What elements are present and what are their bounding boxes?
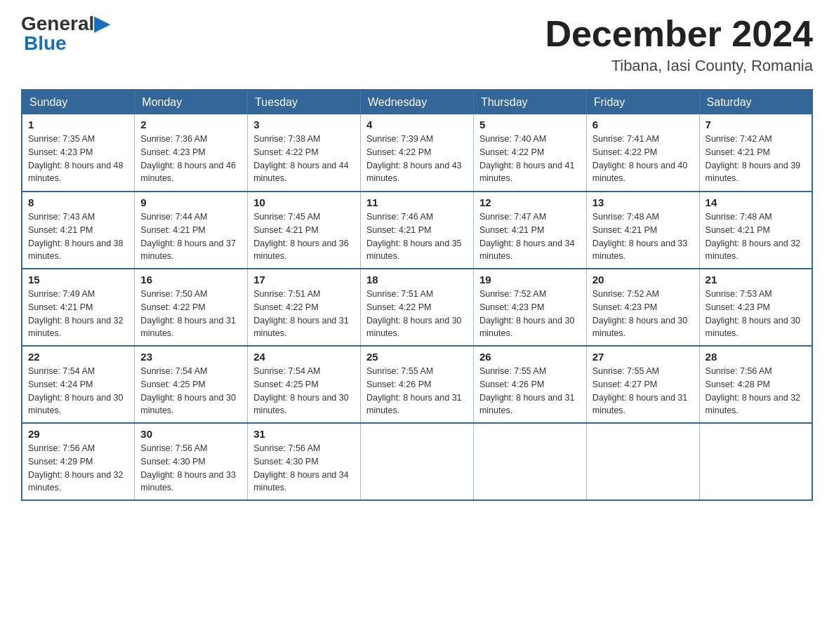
- day-number: 9: [140, 196, 241, 208]
- sunrise-label: Sunrise: 7:54 AM: [253, 366, 320, 376]
- sunset-label: Sunset: 4:28 PM: [706, 380, 770, 389]
- day-info: Sunrise: 7:52 AM Sunset: 4:23 PM Dayligh…: [593, 288, 694, 340]
- weekday-header-saturday: Saturday: [699, 90, 812, 114]
- daylight-label: Daylight: 8 hours and 32 minutes.: [706, 239, 801, 262]
- day-info: Sunrise: 7:56 AM Sunset: 4:29 PM Dayligh…: [28, 442, 128, 495]
- sunrise-label: Sunrise: 7:54 AM: [28, 366, 95, 376]
- sunset-label: Sunset: 4:30 PM: [253, 457, 318, 467]
- sunset-label: Sunset: 4:25 PM: [140, 380, 205, 389]
- sunset-label: Sunset: 4:21 PM: [479, 225, 544, 235]
- day-number: 10: [253, 196, 355, 208]
- weekday-header-wednesday: Wednesday: [361, 90, 474, 114]
- daylight-label: Daylight: 8 hours and 32 minutes.: [706, 393, 801, 416]
- daylight-label: Daylight: 8 hours and 34 minutes.: [479, 239, 575, 262]
- calendar-day-cell: 21 Sunrise: 7:53 AM Sunset: 4:23 PM Dayl…: [699, 269, 812, 346]
- day-info: Sunrise: 7:51 AM Sunset: 4:22 PM Dayligh…: [366, 288, 468, 340]
- sunset-label: Sunset: 4:23 PM: [140, 147, 205, 157]
- weekday-header-monday: Monday: [135, 90, 248, 114]
- day-info: Sunrise: 7:41 AM Sunset: 4:22 PM Dayligh…: [593, 133, 694, 185]
- day-info: Sunrise: 7:45 AM Sunset: 4:21 PM Dayligh…: [253, 210, 355, 263]
- day-info: Sunrise: 7:39 AM Sunset: 4:22 PM Dayligh…: [366, 133, 468, 185]
- daylight-label: Daylight: 8 hours and 44 minutes.: [253, 161, 349, 184]
- day-number: 24: [253, 351, 355, 363]
- day-number: 4: [366, 119, 468, 130]
- logo-general-text: General▶: [21, 14, 110, 34]
- sunset-label: Sunset: 4:24 PM: [28, 380, 93, 389]
- sunset-label: Sunset: 4:26 PM: [366, 380, 431, 389]
- day-number: 15: [28, 274, 128, 286]
- calendar-day-cell: 23 Sunrise: 7:54 AM Sunset: 4:25 PM Dayl…: [135, 346, 248, 423]
- daylight-label: Daylight: 8 hours and 41 minutes.: [479, 161, 575, 184]
- day-info: Sunrise: 7:49 AM Sunset: 4:21 PM Dayligh…: [28, 288, 128, 340]
- daylight-label: Daylight: 8 hours and 30 minutes.: [366, 316, 462, 339]
- sunrise-label: Sunrise: 7:47 AM: [479, 212, 546, 222]
- calendar-day-cell: 24 Sunrise: 7:54 AM Sunset: 4:25 PM Dayl…: [248, 346, 361, 423]
- weekday-header-sunday: Sunday: [22, 90, 135, 114]
- sunrise-label: Sunrise: 7:43 AM: [28, 212, 95, 222]
- calendar-day-cell: 12 Sunrise: 7:47 AM Sunset: 4:21 PM Dayl…: [473, 192, 586, 269]
- sunrise-label: Sunrise: 7:52 AM: [593, 289, 659, 299]
- calendar-day-cell: 3 Sunrise: 7:38 AM Sunset: 4:22 PM Dayli…: [248, 114, 361, 192]
- calendar-day-cell: 26 Sunrise: 7:55 AM Sunset: 4:26 PM Dayl…: [473, 346, 586, 423]
- sunrise-label: Sunrise: 7:51 AM: [366, 289, 433, 299]
- daylight-label: Daylight: 8 hours and 30 minutes.: [140, 393, 236, 416]
- calendar-week-row: 15 Sunrise: 7:49 AM Sunset: 4:21 PM Dayl…: [22, 269, 812, 346]
- day-info: Sunrise: 7:56 AM Sunset: 4:30 PM Dayligh…: [253, 442, 355, 495]
- month-year-title: December 2024: [545, 14, 813, 54]
- sunset-label: Sunset: 4:30 PM: [140, 457, 205, 467]
- calendar-day-cell: 22 Sunrise: 7:54 AM Sunset: 4:24 PM Dayl…: [22, 346, 135, 423]
- day-number: 6: [593, 119, 694, 130]
- day-info: Sunrise: 7:47 AM Sunset: 4:21 PM Dayligh…: [479, 210, 581, 263]
- day-number: 3: [253, 119, 355, 130]
- daylight-label: Daylight: 8 hours and 31 minutes.: [593, 393, 688, 416]
- calendar-day-cell: 2 Sunrise: 7:36 AM Sunset: 4:23 PM Dayli…: [135, 114, 248, 192]
- day-number: 14: [706, 196, 806, 208]
- sunrise-label: Sunrise: 7:53 AM: [706, 289, 772, 299]
- sunrise-label: Sunrise: 7:55 AM: [593, 366, 659, 376]
- daylight-label: Daylight: 8 hours and 32 minutes.: [28, 470, 124, 493]
- day-number: 30: [140, 428, 241, 440]
- daylight-label: Daylight: 8 hours and 43 minutes.: [366, 161, 462, 184]
- sunrise-label: Sunrise: 7:40 AM: [479, 134, 546, 144]
- daylight-label: Daylight: 8 hours and 34 minutes.: [253, 470, 349, 493]
- daylight-label: Daylight: 8 hours and 30 minutes.: [593, 316, 688, 339]
- day-info: Sunrise: 7:42 AM Sunset: 4:21 PM Dayligh…: [706, 133, 806, 185]
- daylight-label: Daylight: 8 hours and 38 minutes.: [28, 239, 124, 262]
- sunset-label: Sunset: 4:23 PM: [706, 302, 770, 312]
- calendar-week-row: 22 Sunrise: 7:54 AM Sunset: 4:24 PM Dayl…: [22, 346, 812, 423]
- sunset-label: Sunset: 4:23 PM: [593, 302, 657, 312]
- calendar-day-cell: [586, 423, 699, 500]
- calendar-day-cell: 17 Sunrise: 7:51 AM Sunset: 4:22 PM Dayl…: [248, 269, 361, 346]
- calendar-day-cell: 30 Sunrise: 7:56 AM Sunset: 4:30 PM Dayl…: [135, 423, 248, 500]
- sunset-label: Sunset: 4:23 PM: [479, 302, 544, 312]
- daylight-label: Daylight: 8 hours and 31 minutes.: [366, 393, 462, 416]
- title-area: December 2024 Tibana, Iasi County, Roman…: [545, 14, 813, 75]
- sunrise-label: Sunrise: 7:38 AM: [253, 134, 320, 144]
- calendar-day-cell: [699, 423, 812, 500]
- day-info: Sunrise: 7:48 AM Sunset: 4:21 PM Dayligh…: [593, 210, 694, 263]
- day-info: Sunrise: 7:55 AM Sunset: 4:27 PM Dayligh…: [593, 365, 694, 417]
- weekday-header-friday: Friday: [586, 90, 699, 114]
- sunrise-label: Sunrise: 7:35 AM: [28, 134, 95, 144]
- sunrise-label: Sunrise: 7:56 AM: [140, 443, 207, 453]
- calendar-day-cell: 5 Sunrise: 7:40 AM Sunset: 4:22 PM Dayli…: [473, 114, 586, 192]
- sunset-label: Sunset: 4:22 PM: [253, 147, 318, 157]
- day-info: Sunrise: 7:44 AM Sunset: 4:21 PM Dayligh…: [140, 210, 241, 263]
- sunrise-label: Sunrise: 7:55 AM: [479, 366, 546, 376]
- calendar-day-cell: 18 Sunrise: 7:51 AM Sunset: 4:22 PM Dayl…: [361, 269, 474, 346]
- calendar-day-cell: [473, 423, 586, 500]
- sunrise-label: Sunrise: 7:50 AM: [140, 289, 207, 299]
- sunset-label: Sunset: 4:29 PM: [28, 457, 93, 467]
- sunset-label: Sunset: 4:26 PM: [479, 380, 544, 389]
- logo-blue-text: Blue: [24, 34, 67, 53]
- weekday-header-thursday: Thursday: [473, 90, 586, 114]
- sunrise-label: Sunrise: 7:45 AM: [253, 212, 320, 222]
- day-number: 8: [28, 196, 128, 208]
- day-info: Sunrise: 7:56 AM Sunset: 4:30 PM Dayligh…: [140, 442, 241, 495]
- sunrise-label: Sunrise: 7:49 AM: [28, 289, 95, 299]
- day-info: Sunrise: 7:35 AM Sunset: 4:23 PM Dayligh…: [28, 133, 128, 185]
- daylight-label: Daylight: 8 hours and 31 minutes.: [140, 316, 236, 339]
- sunset-label: Sunset: 4:21 PM: [593, 225, 657, 235]
- day-info: Sunrise: 7:52 AM Sunset: 4:23 PM Dayligh…: [479, 288, 581, 340]
- calendar-day-cell: 29 Sunrise: 7:56 AM Sunset: 4:29 PM Dayl…: [22, 423, 135, 500]
